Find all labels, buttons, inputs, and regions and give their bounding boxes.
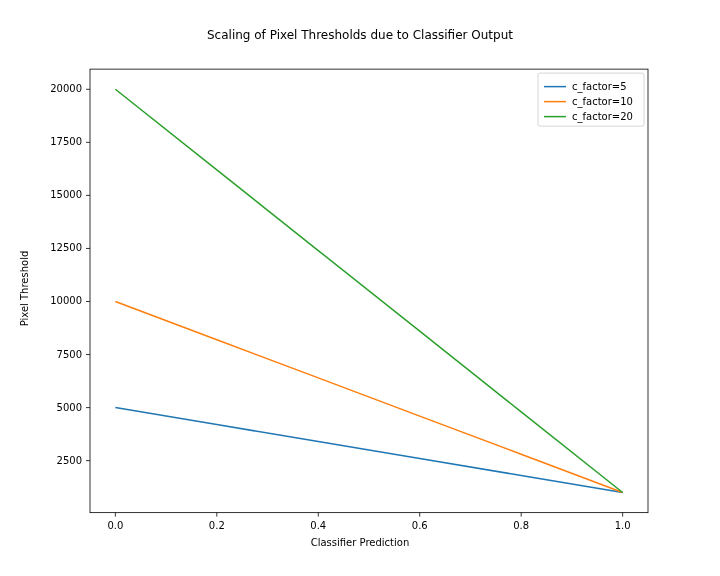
svg-text:7500: 7500 <box>57 349 82 360</box>
svg-text:0.6: 0.6 <box>412 520 428 531</box>
y-axis-ticks: 2500500075001000012500150001750020000 <box>50 83 90 465</box>
series-line-0 <box>115 408 622 493</box>
chart-canvas: 0.00.20.40.60.81.0 250050007500100001250… <box>0 0 720 576</box>
legend: c_factor=5c_factor=10c_factor=20 <box>538 73 644 126</box>
svg-text:0.0: 0.0 <box>107 520 123 531</box>
series-line-1 <box>115 301 622 492</box>
svg-text:15000: 15000 <box>50 189 82 200</box>
x-axis-ticks: 0.00.20.40.60.81.0 <box>107 513 630 531</box>
svg-text:12500: 12500 <box>50 242 82 253</box>
svg-text:5000: 5000 <box>57 402 82 413</box>
svg-text:1.0: 1.0 <box>615 520 631 531</box>
chart-figure: Scaling of Pixel Thresholds due to Class… <box>0 0 720 576</box>
legend-label: c_factor=10 <box>572 96 633 108</box>
svg-text:20000: 20000 <box>50 83 82 94</box>
svg-text:0.4: 0.4 <box>310 520 326 531</box>
series-lines <box>115 89 622 492</box>
legend-label: c_factor=20 <box>572 111 633 123</box>
svg-text:17500: 17500 <box>50 136 82 147</box>
legend-label: c_factor=5 <box>572 81 627 93</box>
svg-text:0.2: 0.2 <box>209 520 225 531</box>
svg-text:2500: 2500 <box>57 455 82 466</box>
svg-text:10000: 10000 <box>50 295 82 306</box>
svg-text:0.8: 0.8 <box>513 520 529 531</box>
series-line-2 <box>115 89 622 492</box>
